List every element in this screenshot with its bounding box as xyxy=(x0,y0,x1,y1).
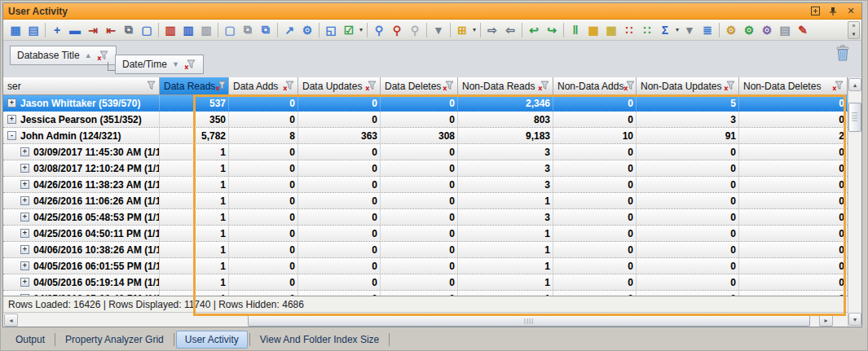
expand-box-icon[interactable]: + xyxy=(20,229,29,238)
date-group-row[interactable]: +04/05/2016 05:19:14 PM (1/1)10001000 xyxy=(3,274,848,291)
copy-structure-icon[interactable]: ⧉ xyxy=(120,21,138,39)
move-column-in-icon[interactable]: ⇥ xyxy=(84,21,102,39)
add-rows-icon[interactable]: + xyxy=(48,21,66,39)
filter-funnel-icon[interactable] xyxy=(144,81,156,91)
collapse-panel-icon[interactable]: ⇦ xyxy=(501,21,519,39)
green-columns-icon[interactable]: ‖ xyxy=(566,21,584,39)
filter-funnel-red-icon[interactable] xyxy=(184,59,196,70)
column-header-data-adds[interactable]: Data Adds xyxy=(229,77,298,95)
export-icon[interactable]: ↗ xyxy=(280,21,298,39)
user-group-row[interactable]: +Jessica Pearson (351/352)350000803030 xyxy=(3,112,848,128)
select-region-icon[interactable]: ▢ xyxy=(221,21,239,39)
maximize-icon[interactable] xyxy=(809,6,821,17)
date-group-row[interactable]: +04/26/2016 11:06:26 AM (1/1)10001000 xyxy=(3,193,848,209)
column-header-ser[interactable]: ser xyxy=(3,77,160,95)
expand-box-icon[interactable]: + xyxy=(20,180,29,189)
horizontal-scroll-thumb[interactable]: |||| xyxy=(248,314,810,327)
import-return-icon[interactable]: ↩ xyxy=(525,21,543,39)
preview-window-icon[interactable]: ◱ xyxy=(322,21,340,39)
filter-funnel-red-icon[interactable] xyxy=(538,81,550,91)
copy-grid-icon[interactable]: ⧉ xyxy=(257,21,275,39)
group-chip-date-time[interactable]: Date/Time ▼ xyxy=(115,55,204,74)
hierarchy-green-icon[interactable]: ∷ xyxy=(638,21,656,39)
filter-funnel-red-icon[interactable] xyxy=(365,81,377,91)
page-verify-icon[interactable]: ▤ xyxy=(776,21,794,39)
grid-options-icon[interactable]: ▦ xyxy=(7,21,24,39)
trash-icon[interactable] xyxy=(835,45,850,61)
filter-funnel-red-icon[interactable] xyxy=(97,50,109,61)
date-group-row[interactable]: +03/08/2017 12:10:24 PM (1/1)10003000 xyxy=(3,160,848,177)
pin-icon[interactable] xyxy=(827,6,839,17)
clear-filter-icon[interactable]: ▼ xyxy=(430,21,447,39)
settings-export-icon[interactable]: ⚙ xyxy=(722,21,740,39)
column-header-non-data-adds[interactable]: Non-Data Adds xyxy=(553,77,637,95)
summary-icon-dropdown-icon[interactable]: ▾ xyxy=(674,26,681,33)
filter-funnel-red-icon[interactable] xyxy=(215,81,227,91)
expand-box-icon[interactable]: + xyxy=(20,261,29,270)
scroll-left-arrow-icon[interactable]: ◂ xyxy=(4,314,18,327)
close-icon[interactable]: ✕ xyxy=(845,6,857,17)
tab-output[interactable]: Output xyxy=(7,331,53,348)
settings-check-icon[interactable]: ⚙ xyxy=(740,21,758,39)
expand-box-icon[interactable]: + xyxy=(20,278,29,287)
user-group-row[interactable]: -John Admin (124/321)5,78283633089,18310… xyxy=(3,128,848,144)
validate-grid-icon[interactable]: ☑ xyxy=(340,21,358,39)
filter-funnel-red-icon[interactable] xyxy=(832,81,844,91)
export-options-icon[interactable]: ⚙ xyxy=(298,21,316,39)
select-cells-icon[interactable]: ▢ xyxy=(138,21,156,39)
freeze-rows-icon[interactable]: ≣ xyxy=(698,21,716,39)
tab-property-analyzer-grid[interactable]: Property Analyzer Grid xyxy=(57,331,172,348)
move-column-out-icon[interactable]: ⇤ xyxy=(102,21,120,39)
column-header-non-data-updates[interactable]: Non-Data Updates xyxy=(637,77,739,95)
expand-box-icon[interactable]: + xyxy=(20,213,29,222)
copy-icon[interactable]: ⧉ xyxy=(239,21,257,39)
grid-row-options-icon[interactable]: ▤ xyxy=(24,21,42,39)
user-group-row[interactable]: +Jason Whittaker (539/570)5370002,346050 xyxy=(3,95,848,112)
scroll-down-arrow-icon[interactable]: ▾ xyxy=(848,313,861,326)
zoom-disabled-icon[interactable]: ⚲ xyxy=(406,21,424,39)
column-header-data-deletes[interactable]: Data Deletes xyxy=(381,77,458,95)
fix-column-left-icon[interactable]: ▥ xyxy=(161,21,179,39)
tab-user-activity[interactable]: User Activity xyxy=(176,331,248,349)
column-header-non-data-reads[interactable]: Non-Data Reads xyxy=(458,77,553,95)
date-group-row[interactable]: +04/25/2016 05:48:53 PM (1/1)10003000 xyxy=(3,209,848,226)
group-chip-database-title[interactable]: Database Title ▲ xyxy=(10,46,117,65)
expand-box-icon[interactable]: + xyxy=(20,245,29,254)
expand-panel-icon[interactable]: ⇨ xyxy=(483,21,501,39)
expand-box-icon[interactable]: + xyxy=(20,147,29,156)
vertical-scroll-thumb[interactable]: |||| xyxy=(848,103,861,132)
filter-funnel-red-icon[interactable] xyxy=(283,81,295,91)
note-edit-icon[interactable]: ✎ xyxy=(794,21,812,39)
date-group-row[interactable]: +04/26/2016 11:38:23 AM (1/1)10003000 xyxy=(3,177,848,193)
filter-grid-icon[interactable]: ▼ xyxy=(681,21,698,39)
filter-funnel-red-icon[interactable] xyxy=(623,81,636,91)
validate-grid-icon-dropdown-icon[interactable]: ▾ xyxy=(358,26,364,33)
horizontal-scrollbar[interactable]: ◂ |||| ▸ xyxy=(3,312,848,327)
date-group-row[interactable]: +03/09/2017 11:45:30 AM (1/1)10003000 xyxy=(3,144,848,160)
highlight-column-icon[interactable]: ▦ xyxy=(584,21,602,39)
expand-box-icon[interactable]: + xyxy=(7,99,16,107)
tab-view-and-folder-index-size[interactable]: View And Folder Index Size xyxy=(252,331,388,348)
summary-icon[interactable]: Σ xyxy=(656,21,674,39)
add-item-icon-dropdown-icon[interactable]: ▾ xyxy=(471,26,478,33)
book-settings-icon[interactable]: ⚙ xyxy=(758,21,776,39)
highlight-header-icon[interactable]: ▦ xyxy=(602,21,620,39)
fix-column-right-icon[interactable]: ▥ xyxy=(179,21,197,39)
unfix-column-icon[interactable]: ▥ xyxy=(197,21,215,39)
column-header-non-data-deletes[interactable]: Non-Data Deletes xyxy=(739,77,848,95)
expand-box-icon[interactable]: + xyxy=(7,115,16,124)
expand-box-icon[interactable]: + xyxy=(20,196,29,205)
scroll-right-arrow-icon[interactable]: ▸ xyxy=(819,314,833,327)
add-item-icon[interactable]: ⊞ xyxy=(453,21,471,39)
filter-funnel-red-icon[interactable] xyxy=(443,81,455,91)
date-group-row[interactable]: +04/25/2016 04:50:11 PM (1/1)10001000 xyxy=(3,226,848,242)
scroll-up-arrow-icon[interactable]: ▴ xyxy=(848,78,861,91)
date-group-row[interactable]: +04/06/2016 10:38:26 AM (1/1)10001000 xyxy=(3,242,848,258)
column-header-data-reads[interactable]: Data Reads xyxy=(160,77,229,95)
filter-funnel-red-icon[interactable] xyxy=(724,81,736,91)
import-grid-icon[interactable]: ↪ xyxy=(543,21,561,39)
hierarchy-icon[interactable]: ∷ xyxy=(620,21,638,39)
expand-box-icon[interactable]: + xyxy=(20,164,29,173)
vertical-scrollbar[interactable]: ▴ |||| ▾ xyxy=(848,77,861,327)
column-header-data-updates[interactable]: Data Updates xyxy=(298,77,381,95)
